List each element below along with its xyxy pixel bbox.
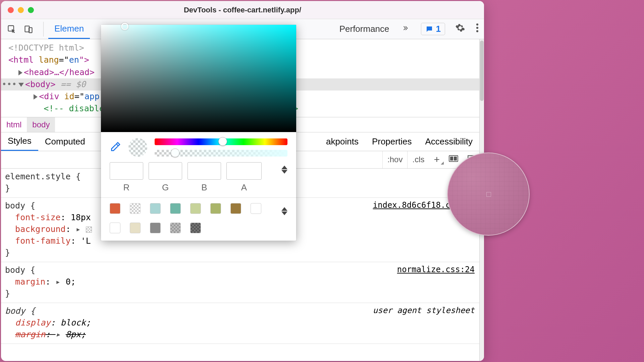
svg-point-3: [476, 23, 478, 25]
expand-arrow-icon[interactable]: ▸: [56, 329, 61, 339]
flex-overlay-icon[interactable]: [444, 154, 463, 165]
channel-g-input[interactable]: [149, 162, 182, 180]
more-tabs-chevron-icon[interactable]: [395, 24, 416, 34]
minimize-window-button[interactable]: [18, 7, 24, 13]
channel-b-input[interactable]: [187, 162, 221, 180]
channel-a-input[interactable]: [226, 162, 262, 180]
saturation-value-area[interactable]: [101, 25, 296, 132]
dom-tag: body: [30, 79, 50, 89]
css-prop-val: 0;: [66, 277, 76, 287]
color-inputs: R G B A: [101, 160, 296, 197]
palette-swatch[interactable]: [110, 203, 120, 214]
sv-thumb-handle[interactable]: [121, 23, 128, 30]
palette-swatch[interactable]: [190, 223, 201, 233]
channel-b-label: B: [201, 182, 207, 193]
collapse-triangle-icon[interactable]: [18, 83, 24, 87]
new-rule-button[interactable]: +: [429, 154, 444, 165]
more-options-kebab-icon[interactable]: [471, 23, 484, 35]
hue-thumb[interactable]: [218, 137, 227, 146]
swatches-panel: [101, 197, 296, 241]
palette-swatch[interactable]: [251, 203, 261, 214]
palette-swatch[interactable]: [210, 203, 221, 214]
expand-triangle-icon[interactable]: [18, 70, 22, 75]
palette-swatch[interactable]: [110, 223, 120, 233]
palette-swatch[interactable]: [130, 223, 141, 233]
palette-swatch[interactable]: [170, 223, 181, 233]
alpha-thumb[interactable]: [171, 148, 179, 157]
palette-swatch[interactable]: [130, 203, 141, 214]
svg-rect-8: [454, 157, 457, 160]
tab-accessibility[interactable]: Accessibility: [418, 132, 479, 151]
issues-count: 1: [436, 24, 441, 34]
svg-point-5: [476, 30, 478, 32]
device-toggle-icon[interactable]: [22, 22, 35, 36]
dom-eq: =": [59, 55, 69, 65]
css-prop-colon: :: [45, 329, 55, 339]
dom-attr-name: lang: [39, 55, 59, 65]
settings-gear-icon[interactable]: [450, 23, 471, 35]
dom-tag-open: <: [25, 79, 30, 89]
stepper-down-icon[interactable]: [281, 212, 287, 215]
css-prop-name: font-size: [15, 213, 60, 222]
alpha-slider[interactable]: [155, 150, 287, 157]
rule-source-link[interactable]: normalize.css:24: [397, 264, 475, 276]
inspect-element-icon[interactable]: [5, 22, 18, 36]
palette-swatch[interactable]: [150, 203, 161, 214]
dom-tag-close: >: [90, 67, 95, 77]
tab-properties[interactable]: Properties: [365, 132, 419, 151]
scrollbar-thumb[interactable]: [480, 41, 484, 101]
swatch-grid: [110, 203, 287, 233]
css-prop-val-strike: 8px;: [66, 329, 86, 339]
palette-swatch[interactable]: [150, 223, 161, 233]
channel-r-input[interactable]: [110, 162, 143, 180]
window-title: DevTools - coffee-cart.netlify.app/: [1, 6, 484, 14]
eyedropper-icon[interactable]: [110, 141, 121, 154]
issues-icon: [425, 25, 433, 33]
dom-space: [34, 55, 39, 65]
stepper-up-icon[interactable]: [281, 166, 287, 169]
dom-comment: <!-- disable: [44, 104, 104, 113]
tab-breakpoints-partial[interactable]: akpoints: [319, 132, 365, 151]
window-controls: [8, 7, 34, 13]
hue-slider[interactable]: [155, 138, 287, 145]
palette-swatch[interactable]: [170, 203, 181, 214]
dom-tag-open: <: [24, 67, 29, 77]
expand-arrow-icon[interactable]: ▸: [56, 277, 61, 287]
css-prop-val: : 'L: [71, 236, 91, 246]
rule-close: }: [5, 247, 475, 258]
dom-doctype: <!DOCTYPE html>: [8, 43, 84, 53]
issues-badge[interactable]: 1: [421, 23, 445, 35]
css-rule-body-ua[interactable]: user agent stylesheet body { display: bl…: [1, 303, 479, 344]
css-prop-name-strike: margin: [15, 329, 45, 339]
dom-tag-mid: >…</: [49, 67, 69, 77]
eyedropper-magnifier[interactable]: [447, 153, 530, 236]
css-rule-body-normalize[interactable]: normalize.css:24 body { margin: ▸ 0; }: [1, 262, 479, 303]
zoom-window-button[interactable]: [28, 7, 34, 13]
color-swatch-icon[interactable]: [86, 227, 92, 233]
tab-styles[interactable]: Styles: [1, 132, 38, 151]
palette-set-stepper[interactable]: [281, 204, 287, 215]
dom-eq: =": [74, 92, 85, 101]
selected-line-menu-icon[interactable]: •••: [2, 78, 17, 90]
separator: [43, 22, 44, 37]
dom-tag: head: [29, 67, 49, 77]
palette-swatch[interactable]: [230, 203, 241, 214]
cls-toggle[interactable]: .cls: [407, 151, 429, 168]
tab-elements[interactable]: Elemen: [48, 19, 90, 39]
palette-swatch[interactable]: [190, 203, 201, 214]
stepper-down-icon[interactable]: [281, 170, 287, 174]
dom-tag: html: [13, 55, 34, 65]
tab-computed[interactable]: Computed: [38, 132, 92, 151]
close-window-button[interactable]: [8, 7, 14, 13]
color-mode-stepper[interactable]: [281, 162, 287, 174]
dom-attr-val: app: [85, 92, 100, 101]
expand-triangle-icon[interactable]: [34, 94, 38, 100]
tab-performance[interactable]: Performance: [333, 19, 395, 39]
channel-a-label: A: [241, 182, 247, 193]
hov-toggle[interactable]: :hov: [382, 151, 407, 168]
breadcrumb-body[interactable]: body: [27, 117, 55, 132]
dom-space: [59, 92, 64, 101]
stepper-up-icon[interactable]: [281, 207, 287, 211]
expand-arrow-icon[interactable]: ▸: [76, 224, 81, 234]
breadcrumb-html[interactable]: html: [1, 117, 27, 132]
